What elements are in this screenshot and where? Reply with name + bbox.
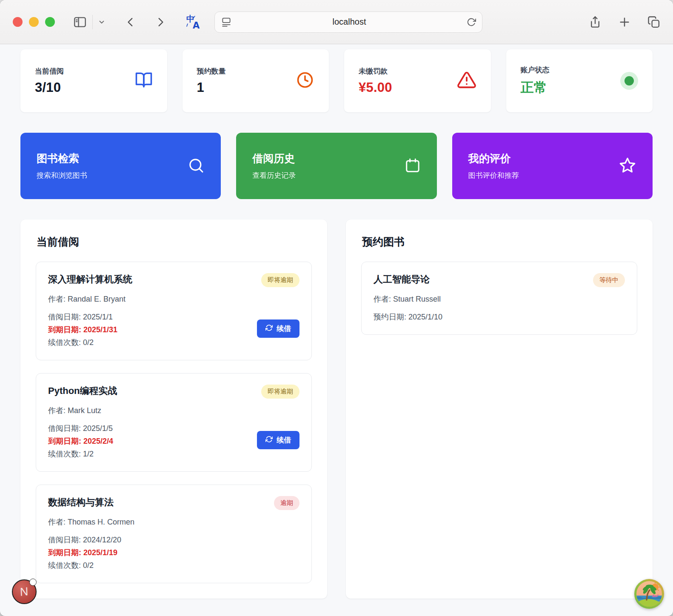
refresh-icon xyxy=(265,324,273,334)
panels-row: 当前借阅 深入理解计算机系统 即将逾期 作者: Randal E. Bryant… xyxy=(20,220,653,599)
traffic-lights xyxy=(13,17,55,27)
avatar-notification-dot xyxy=(29,579,37,586)
minimize-window-button[interactable] xyxy=(29,17,39,27)
book-author: 作者: Randal E. Bryant xyxy=(48,294,299,304)
page-content: 当前借阅 3/10 预约数量 1 xyxy=(0,44,673,616)
zoom-window-button[interactable] xyxy=(45,17,55,27)
book-author: 作者: Thomas H. Cormen xyxy=(48,517,299,527)
book-author: 作者: Mark Lutz xyxy=(48,405,299,416)
stat-label: 预约数量 xyxy=(197,66,226,76)
book-author: 作者: Stuart Russell xyxy=(374,294,625,304)
action-title: 图书检索 xyxy=(37,151,87,165)
sidebar-chevron-down-icon[interactable] xyxy=(98,18,106,26)
status-badge: 即将逾期 xyxy=(261,273,299,287)
browser-window: 中 A localhost xyxy=(0,0,673,616)
action-title: 借阅历史 xyxy=(252,151,296,165)
borrow-date: 借阅日期: 2024/12/20 xyxy=(48,533,299,546)
address-bar[interactable]: localhost xyxy=(214,11,482,33)
stat-value: 1 xyxy=(197,80,226,95)
action-title: 我的评价 xyxy=(468,151,519,165)
renew-count: 续借次数: 0/2 xyxy=(48,559,299,572)
stat-value: 正常 xyxy=(521,79,550,97)
stat-label: 当前借阅 xyxy=(35,66,64,76)
reserve-date: 预约日期: 2025/1/10 xyxy=(374,311,625,323)
reservation-card: 人工智能导论 等待中 作者: Stuart Russell 预约日期: 2025… xyxy=(361,262,637,335)
url-text: localhost xyxy=(232,17,467,27)
due-date: 到期日期: 2025/1/19 xyxy=(48,546,299,559)
loan-card: 深入理解计算机系统 即将逾期 作者: Randal E. Bryant 借阅日期… xyxy=(36,262,312,360)
back-button-icon[interactable] xyxy=(125,17,136,28)
panel-title: 预约图书 xyxy=(362,235,637,249)
renew-count: 续借次数: 0/2 xyxy=(48,336,299,349)
stat-card-account-status: 账户状态 正常 xyxy=(506,49,653,112)
action-subtitle: 搜索和浏览图书 xyxy=(37,171,87,180)
book-title: Python编程实战 xyxy=(48,385,117,397)
stat-card-current-loans: 当前借阅 3/10 xyxy=(20,49,167,112)
current-loans-panel: 当前借阅 深入理解计算机系统 即将逾期 作者: Randal E. Bryant… xyxy=(20,220,327,599)
book-title: 数据结构与算法 xyxy=(48,496,114,509)
borrow-history-button[interactable]: 借阅历史 查看历史记录 xyxy=(236,133,436,199)
tab-overview-icon[interactable] xyxy=(647,16,660,29)
calendar-icon xyxy=(405,157,421,175)
stat-value: ¥5.00 xyxy=(359,80,392,95)
share-icon[interactable] xyxy=(589,16,602,29)
alert-triangle-icon xyxy=(457,70,476,91)
renew-button[interactable]: 续借 xyxy=(257,431,299,449)
close-window-button[interactable] xyxy=(13,17,23,27)
new-tab-icon[interactable] xyxy=(619,16,630,28)
forward-button-icon[interactable] xyxy=(155,17,166,28)
stats-row: 当前借阅 3/10 预约数量 1 xyxy=(20,49,653,112)
status-badge: 等待中 xyxy=(593,273,625,287)
my-reviews-button[interactable]: 我的评价 图书评价和推荐 xyxy=(452,133,653,199)
browser-toolbar: 中 A localhost xyxy=(0,0,673,44)
sidebar-toggle-icon[interactable] xyxy=(73,15,87,29)
clock-icon xyxy=(296,71,314,91)
stat-card-unpaid-fines: 未缴罚款 ¥5.00 xyxy=(344,49,491,112)
book-open-icon xyxy=(135,71,153,91)
toolbar-divider xyxy=(92,15,93,29)
stat-value: 3/10 xyxy=(35,80,64,95)
action-subtitle: 图书评价和推荐 xyxy=(468,171,519,180)
panel-title: 当前借阅 xyxy=(37,235,312,249)
reload-icon[interactable] xyxy=(467,17,476,27)
book-search-button[interactable]: 图书检索 搜索和浏览图书 xyxy=(20,133,221,199)
star-icon xyxy=(619,157,636,176)
book-title: 人工智能导论 xyxy=(374,273,430,286)
status-badge: 即将逾期 xyxy=(261,385,299,399)
loan-card: Python编程实战 即将逾期 作者: Mark Lutz 借阅日期: 2025… xyxy=(36,373,312,472)
floating-avatar-button[interactable]: N xyxy=(12,579,37,604)
status-dot-icon xyxy=(620,72,638,90)
translate-icon[interactable]: 中 A xyxy=(185,14,202,31)
palm-island-badge[interactable] xyxy=(634,579,664,609)
renew-button-label: 续借 xyxy=(277,324,291,334)
svg-text:A: A xyxy=(193,20,200,31)
stat-label: 未缴罚款 xyxy=(359,66,392,76)
refresh-icon xyxy=(265,436,273,445)
action-subtitle: 查看历史记录 xyxy=(252,171,296,180)
search-icon xyxy=(188,157,205,175)
stat-label: 账户状态 xyxy=(521,65,550,75)
renew-count: 续借次数: 1/2 xyxy=(48,448,299,460)
renew-button[interactable]: 续借 xyxy=(257,319,299,338)
quick-actions-row: 图书检索 搜索和浏览图书 借阅历史 查看历史记录 xyxy=(20,133,653,199)
status-badge: 逾期 xyxy=(274,496,299,510)
page-format-icon[interactable] xyxy=(221,17,232,28)
avatar-letter: N xyxy=(20,585,29,599)
stat-card-reservations: 预约数量 1 xyxy=(183,49,329,112)
book-title: 深入理解计算机系统 xyxy=(48,273,132,286)
loan-card: 数据结构与算法 逾期 作者: Thomas H. Cormen 借阅日期: 20… xyxy=(36,485,312,583)
reserved-books-panel: 预约图书 人工智能导论 等待中 作者: Stuart Russell 预约日期:… xyxy=(346,220,653,599)
renew-button-label: 续借 xyxy=(277,435,291,445)
